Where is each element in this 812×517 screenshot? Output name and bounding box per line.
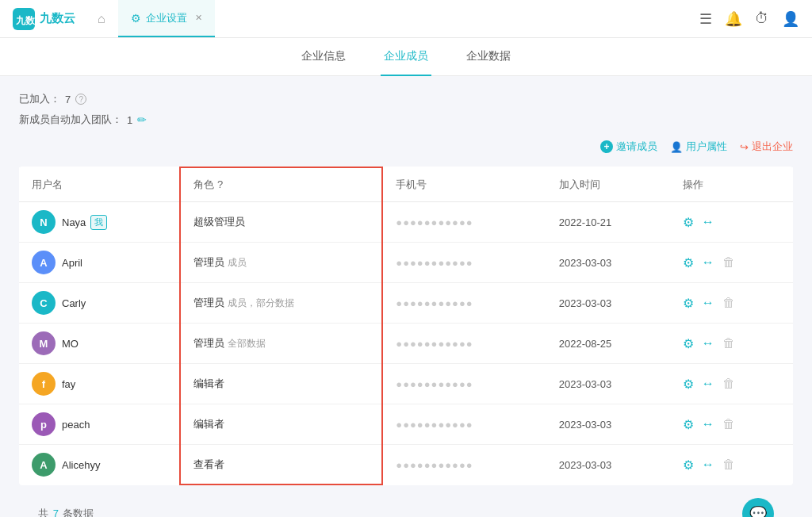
cell-join-date: 2023-03-03 <box>546 243 670 283</box>
role-cell-inner: 超级管理员 <box>181 207 381 237</box>
transfer-icon[interactable]: ↔ <box>702 255 714 270</box>
settings-icon[interactable]: ⚙ <box>683 255 694 270</box>
phone-text: ●●●●●●●●●●● <box>396 378 473 390</box>
settings-icon[interactable]: ⚙ <box>683 215 694 230</box>
top-right-icons: ☰ 🔔 ⏱ 👤 <box>699 10 799 28</box>
tab-settings[interactable]: ⚙ 企业设置 ✕ <box>118 0 215 37</box>
joined-count: 7 <box>65 94 71 105</box>
list-icon[interactable]: ☰ <box>699 10 712 28</box>
role-sub-text: 成员，部分数据 <box>228 297 294 308</box>
member-count-row: 已加入： 7 ? <box>19 92 793 106</box>
transfer-icon[interactable]: ↔ <box>702 296 714 310</box>
delete-icon[interactable]: 🗑 <box>722 255 735 270</box>
table-row: A Alicehyy 查看者●●●●●●●●●●●2023-03-03 ⚙ ↔ … <box>19 445 793 485</box>
footer: 共 7 条数据 💬 <box>19 485 793 517</box>
settings-icon[interactable]: ⚙ <box>683 377 694 392</box>
cell-actions: ⚙ ↔ 🗑 <box>670 283 793 324</box>
settings-icon[interactable]: ⚙ <box>683 296 694 311</box>
tab-bar: ⚙ 企业设置 ✕ <box>118 0 215 37</box>
delete-icon[interactable]: 🗑 <box>722 458 735 472</box>
tab-company-data[interactable]: 企业数据 <box>463 38 514 76</box>
phone-text: ●●●●●●●●●●● <box>396 297 473 309</box>
user-icon[interactable]: 👤 <box>782 10 799 28</box>
table-row: C Carly 管理员成员，部分数据●●●●●●●●●●●2023-03-03 … <box>19 283 793 324</box>
bell-icon[interactable]: 🔔 <box>725 10 742 28</box>
cell-join-date: 2022-10-21 <box>546 202 670 243</box>
table-header-row: 用户名 角色 ? 手机号 加入时间 操作 <box>19 167 793 202</box>
main-content: 已加入： 7 ? 新成员自动加入团队： 1 ✏ + 邀请成员 👤 用户属性 ↪ … <box>0 76 812 517</box>
tab-company-info[interactable]: 企业信息 <box>298 38 349 76</box>
invite-label: 邀请成员 <box>616 140 657 154</box>
phone-text: ●●●●●●●●●●● <box>396 216 473 228</box>
date-text: 2023-03-03 <box>559 459 612 471</box>
avatar: C <box>32 291 56 315</box>
cell-join-date: 2023-03-03 <box>546 445 670 485</box>
avatar: A <box>32 251 56 274</box>
total-count: 共 7 条数据 <box>38 507 94 517</box>
transfer-icon[interactable]: ↔ <box>702 215 714 229</box>
cell-username: C Carly <box>19 283 180 324</box>
members-table-wrap: 用户名 角色 ? 手机号 加入时间 操作 N Naya 我 超级管理员●●●●●… <box>19 167 793 485</box>
delete-icon[interactable]: 🗑 <box>722 417 735 431</box>
settings-icon[interactable]: ⚙ <box>683 458 694 473</box>
col-role: 角色 ? <box>180 167 382 202</box>
date-text: 2023-03-03 <box>559 297 612 309</box>
delete-icon[interactable]: 🗑 <box>722 296 735 310</box>
invite-button[interactable]: + 邀请成员 <box>600 140 657 154</box>
transfer-icon[interactable]: ↔ <box>702 377 714 391</box>
role-text: 查看者 <box>193 458 224 470</box>
settings-icon[interactable]: ⚙ <box>683 417 694 432</box>
delete-icon[interactable]: 🗑 <box>722 377 735 391</box>
role-sub-text: 全部数据 <box>228 338 266 349</box>
joined-label: 已加入： <box>19 92 60 106</box>
settings-icon[interactable]: ⚙ <box>683 336 694 351</box>
chat-button[interactable]: 💬 <box>742 498 774 517</box>
role-cell-inner: 管理员成员 <box>181 247 381 278</box>
logo: 九数 九数云 <box>13 8 75 30</box>
auto-join-row: 新成员自动加入团队： 1 ✏ <box>19 113 793 127</box>
exit-icon: ↪ <box>740 141 749 153</box>
username-text: Alicehyy <box>62 459 100 471</box>
attr-label: 用户属性 <box>686 140 727 154</box>
plus-circle-icon: + <box>600 140 613 153</box>
auto-join-label: 新成员自动加入团队： <box>19 113 122 127</box>
phone-text: ●●●●●●●●●●● <box>396 338 473 350</box>
clock-icon[interactable]: ⏱ <box>755 10 769 27</box>
username-text: fay <box>62 378 75 390</box>
top-bar: 九数 九数云 ⌂ ⚙ 企业设置 ✕ ☰ 🔔 ⏱ 👤 <box>0 0 812 38</box>
user-attr-button[interactable]: 👤 用户属性 <box>670 140 727 154</box>
avatar: f <box>32 372 56 396</box>
cell-username: p peach <box>19 404 180 445</box>
cell-username: N Naya 我 <box>19 202 180 243</box>
username-text: Carly <box>62 297 86 309</box>
tab-close-icon[interactable]: ✕ <box>195 13 202 23</box>
cell-actions: ⚙ ↔ 🗑 <box>670 243 793 283</box>
role-cell-inner: 管理员全部数据 <box>181 328 381 358</box>
home-icon[interactable]: ⌂ <box>91 9 112 29</box>
transfer-icon[interactable]: ↔ <box>702 458 714 472</box>
edit-icon[interactable]: ✏ <box>137 113 147 126</box>
tab-label: 企业设置 <box>146 11 187 25</box>
table-row: M MO 管理员全部数据●●●●●●●●●●●2022-08-25 ⚙ ↔ 🗑 <box>19 324 793 364</box>
role-text: 管理员 <box>193 337 224 349</box>
date-text: 2022-10-21 <box>559 216 612 228</box>
role-text: 管理员 <box>193 297 224 308</box>
role-text: 编辑者 <box>193 418 224 430</box>
logo-text: 九数云 <box>40 11 75 26</box>
logo-icon: 九数 <box>13 8 35 30</box>
help-icon[interactable]: ? <box>75 94 86 105</box>
role-sub-text: 成员 <box>228 257 247 268</box>
tab-company-members[interactable]: 企业成员 <box>381 38 431 76</box>
role-cell-inner: 管理员成员，部分数据 <box>181 288 381 318</box>
delete-icon[interactable]: 🗑 <box>722 336 735 350</box>
role-text: 超级管理员 <box>193 216 245 228</box>
cell-phone: ●●●●●●●●●●● <box>382 364 546 404</box>
avatar: N <box>32 210 56 234</box>
transfer-icon[interactable]: ↔ <box>702 336 714 350</box>
role-help-icon[interactable]: ? <box>217 178 223 190</box>
exit-button[interactable]: ↪ 退出企业 <box>740 140 793 154</box>
transfer-icon[interactable]: ↔ <box>702 417 714 431</box>
date-text: 2023-03-03 <box>559 378 612 390</box>
members-table: 用户名 角色 ? 手机号 加入时间 操作 N Naya 我 超级管理员●●●●●… <box>19 167 793 485</box>
username-text: MO <box>62 338 79 350</box>
